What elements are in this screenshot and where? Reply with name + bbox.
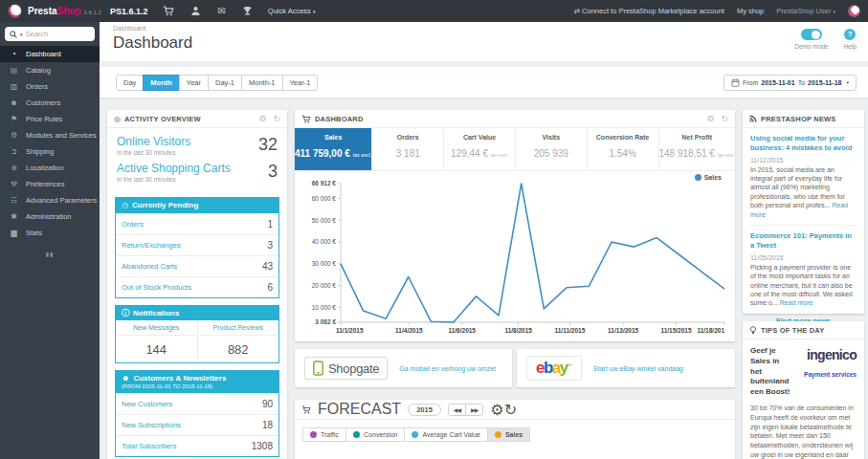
sidebar: ▾ ◔Dashboard ▤Catalog ▥Orders ☻Customers… [0, 22, 100, 459]
clock-icon: ◷ [122, 201, 128, 209]
sidebar-item-administration[interactable]: ✱Administration [0, 208, 100, 225]
active-carts-stat: Active Shopping Carts in the last 30 min… [117, 162, 278, 183]
active-carts-link[interactable]: Active Shopping Carts [117, 162, 278, 175]
prestashop-admin-dashboard: PrestaShop1.6.1.2 PS1.6.1.2 ✉ Quick Acce… [0, 0, 868, 459]
shopgate-link[interactable]: Ga mobiel en verhoog uw omzet [399, 365, 496, 372]
range-day-1-button[interactable]: Day-1 [208, 75, 242, 91]
tab-conversion[interactable]: Conversion [345, 427, 405, 442]
news-item-title[interactable]: Using social media for your business: 4 … [750, 134, 857, 153]
marketplace-link[interactable]: ⇄ Connect to PrestaShop Marketplace acco… [574, 7, 724, 15]
svg-text:50 000 €: 50 000 € [312, 217, 337, 224]
cart-icon[interactable] [163, 6, 174, 16]
brand[interactable]: PrestaShop1.6.1.2 [28, 6, 101, 16]
forecast-year-badge: 2015 [408, 404, 441, 416]
my-shop-link[interactable]: My shop [737, 7, 764, 15]
sidebar-item-stats[interactable]: ▆Stats [0, 225, 100, 241]
messages-icon[interactable]: ✉ [217, 7, 225, 16]
toggle-knob [812, 31, 820, 39]
kpi-sales[interactable]: Sales411 759,00 € tax excl. [295, 128, 372, 170]
range-year-button[interactable]: Year [179, 75, 209, 91]
range-month-button[interactable]: Month [143, 75, 180, 91]
sidebar-item-localization[interactable]: ⊕Localization [0, 160, 100, 176]
sales-chart-area: Sales 3 082 €10 000 €20 000 €30 000 €40 … [295, 171, 735, 339]
kpi-cart-value[interactable]: Cart Value129,44 € tax excl. [444, 128, 516, 170]
gear-icon[interactable]: ⚙ [490, 402, 503, 418]
user-menu[interactable]: PrestaShop User ▾ [776, 7, 835, 15]
breadcrumb[interactable]: Dashboard [113, 25, 855, 32]
kpi-visits[interactable]: Visits205 939 [516, 128, 588, 170]
svg-text:11/1/2015: 11/1/2015 [336, 327, 364, 334]
abandoned-carts-row[interactable]: Abandoned Carts43 [116, 255, 278, 276]
page-head: Dashboard Dashboard Demo mode ? Help [100, 22, 868, 67]
caret-down-icon: ▾ [833, 9, 835, 14]
pending-returns-row[interactable]: Return/Exchanges3 [116, 234, 278, 255]
help-icon[interactable]: ? [844, 29, 856, 40]
new-subscriptions-row[interactable]: New Subscriptions18 [116, 414, 278, 435]
sidebar-item-orders[interactable]: ▥Orders [0, 78, 100, 95]
quick-access-menu[interactable]: Quick Access ▾ [268, 7, 316, 15]
help-label: Help [844, 43, 857, 50]
cart-icon [301, 405, 311, 414]
svg-text:66 912 €: 66 912 € [312, 180, 337, 186]
kpi-net-profit[interactable]: Net Profit148 918,51 € tax excl. [659, 128, 736, 170]
total-subscribers-row[interactable]: Total Subscribers1308 [116, 435, 278, 456]
tab-traffic[interactable]: Traffic [302, 427, 346, 442]
online-visitors-link[interactable]: Online Visitors [117, 135, 278, 148]
sidebar-item-price-rules[interactable]: ⚑Price Rules [0, 111, 100, 127]
date-range-picker[interactable]: From 2015-11-01 To 2015-11-18 ▾ [723, 75, 857, 91]
gear-icon[interactable]: ⚙ [706, 114, 714, 123]
user-icon[interactable] [190, 6, 201, 16]
news-header: PRESTASHOP NEWS [743, 110, 864, 128]
product-reviews-cell[interactable]: Product Reviews882 [197, 320, 279, 362]
user-avatar[interactable] [848, 5, 860, 17]
tab-average-cart-value[interactable]: Average Cart Value [404, 427, 487, 442]
kpi-row: Sales411 759,00 € tax excl. Orders3 181 … [295, 128, 735, 171]
sidebar-item-preferences[interactable]: ⚒Preferences [0, 176, 100, 192]
search-input[interactable] [26, 30, 81, 38]
sidebar-collapse-icon[interactable]: ▮▮ [0, 251, 100, 257]
range-buttons: Day Month Year Day-1 Month-1 Year-1 [116, 75, 318, 91]
prestashop-logo-icon[interactable] [8, 4, 22, 18]
divider [750, 225, 857, 226]
caret-down-icon[interactable]: ▾ [20, 32, 23, 37]
new-messages-cell[interactable]: New Messages144 [116, 320, 197, 362]
trophy-icon[interactable] [242, 6, 253, 16]
kpi-conversion-rate[interactable]: Conversion Rate1.54% [588, 128, 659, 170]
kpi-orders[interactable]: Orders3 181 [372, 128, 444, 170]
dashboard-panel-header: DASHBOARD ⚙↻ [295, 110, 735, 128]
date-to: 2015-11-18 [808, 79, 841, 86]
sidebar-item-dashboard[interactable]: ◔Dashboard [0, 46, 100, 62]
currently-pending-section: ◷Currently Pending Orders1 Return/Exchan… [115, 197, 279, 298]
refresh-icon[interactable]: ↻ [273, 114, 280, 123]
svg-text:11/8/2015: 11/8/2015 [504, 327, 532, 334]
sidebar-item-shipping[interactable]: ➲Shipping [0, 143, 100, 160]
read-more-link[interactable]: Read more [780, 299, 813, 306]
demo-mode-toggle[interactable] [801, 29, 822, 40]
info-icon: ⓘ [122, 309, 129, 317]
sidebar-item-modules[interactable]: ⚙Modules and Services [0, 127, 100, 143]
pending-orders-row[interactable]: Orders1 [116, 213, 278, 234]
news-item-title[interactable]: Ecommerce 101: Payments in a Tweet [750, 231, 857, 251]
sidebar-item-advanced-parameters[interactable]: ☷Advanced Parameters [0, 192, 100, 208]
range-day-button[interactable]: Day [116, 75, 144, 91]
catalog-icon: ▤ [9, 66, 19, 75]
dashboard-body: ◎ ACTIVITY OVERVIEW ⚙↻ Online Visitors i… [100, 98, 868, 459]
range-month-1-button[interactable]: Month-1 [241, 75, 283, 91]
activity-overview-header: ◎ ACTIVITY OVERVIEW ⚙↻ [107, 110, 287, 128]
sidebar-item-customers[interactable]: ☻Customers [0, 95, 100, 111]
tab-sales[interactable]: Sales [487, 427, 530, 442]
next-year-button[interactable]: ▶▶ [465, 404, 482, 415]
previous-year-button[interactable]: ◀◀ [449, 404, 465, 415]
refresh-icon[interactable]: ↻ [504, 402, 517, 418]
brand-version: 1.6.1.2 [84, 10, 101, 15]
out-of-stock-row[interactable]: Out of Stock Products6 [116, 276, 278, 297]
ebay-link[interactable]: Start uw eBay-winkel vandaag [593, 365, 683, 372]
range-year-1-button[interactable]: Year-1 [282, 75, 319, 91]
stats-icon: ▆ [9, 229, 19, 237]
forecast-nav: ◀◀▶▶ [448, 404, 483, 416]
tip-body: 30 tot 70% van de consumenten in Europa … [750, 404, 857, 459]
gear-icon[interactable]: ⚙ [258, 114, 266, 123]
sidebar-item-catalog[interactable]: ▤Catalog [0, 62, 100, 78]
refresh-icon[interactable]: ↻ [721, 114, 728, 123]
new-customers-row[interactable]: New Customers90 [116, 393, 278, 414]
